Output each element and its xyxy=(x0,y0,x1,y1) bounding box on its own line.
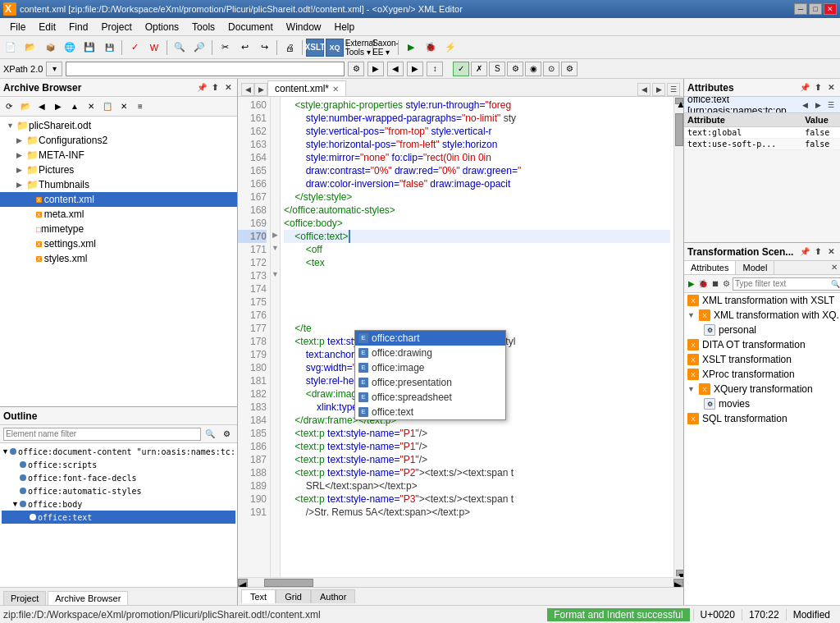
xpath-dropdown[interactable]: ▾ xyxy=(46,62,62,76)
attr-nav-left[interactable]: ◀ xyxy=(799,99,810,111)
autocomplete-dropdown[interactable]: E office:chart E office:drawing E office… xyxy=(354,330,506,420)
scroll-up-btn[interactable]: ▲ xyxy=(675,98,683,104)
ab-close-button[interactable]: ✕ xyxy=(116,99,131,114)
ac-item-office-spreadsheet[interactable]: E office:spreadsheet xyxy=(355,390,505,405)
trans-pin-btn[interactable]: 📌 xyxy=(799,246,810,258)
print-button[interactable]: 🖨 xyxy=(281,39,299,57)
debug-button[interactable]: 🐞 xyxy=(422,39,440,57)
fold-arrow-169[interactable]: ▶ xyxy=(271,228,280,241)
ac-item-office-image[interactable]: E office:image xyxy=(355,360,505,375)
panel-pin-button[interactable]: 📌 xyxy=(196,82,208,94)
trans-tab-attributes[interactable]: Attributes xyxy=(684,261,736,274)
editor-nav-right[interactable]: ▶ xyxy=(652,83,665,96)
ac-item-office-drawing[interactable]: E office:drawing xyxy=(355,346,505,360)
save-all-button[interactable]: 💾 xyxy=(100,39,118,57)
attributes-close-btn[interactable]: ✕ xyxy=(825,82,837,94)
ab-refresh-button[interactable]: ⟳ xyxy=(2,99,16,114)
ab-copy-button[interactable]: 📋 xyxy=(100,99,115,114)
horizontal-scrollbar[interactable]: ◀ ▶ xyxy=(238,577,683,587)
attr-nav-menu[interactable]: ☰ xyxy=(825,99,837,111)
trans-item-xquery-group[interactable]: ▼ X XML transformation with XQ... xyxy=(684,308,840,323)
ac-item-office-text[interactable]: E office:text xyxy=(355,405,505,419)
trans-close-tab-btn[interactable]: ✕ xyxy=(829,261,840,273)
menu-edit[interactable]: Edit xyxy=(32,20,62,34)
profile-button[interactable]: ⚡ xyxy=(441,39,459,57)
menu-window[interactable]: Window xyxy=(280,20,328,34)
trans-item-dita[interactable]: X DITA OT transformation xyxy=(684,337,840,352)
ab-back-button[interactable]: ◀ xyxy=(34,99,49,114)
tree-item-configurations[interactable]: ▶ 📁 Configurations2 xyxy=(0,133,237,148)
trans-tab-model[interactable]: Model xyxy=(736,261,774,274)
xpath-forward[interactable]: ▶ xyxy=(407,62,423,76)
trans-item-movies[interactable]: ⚙ movies xyxy=(684,396,840,411)
trans-item-xquery-group2[interactable]: ▼ X XQuery transformation xyxy=(684,382,840,396)
maximize-button[interactable]: □ xyxy=(809,3,822,15)
toggle-btn-5[interactable]: ◉ xyxy=(525,62,541,76)
fold-arrow-170[interactable]: ▼ xyxy=(271,241,280,254)
trans-item-xslt[interactable]: X XML transformation with XSLT xyxy=(684,293,840,308)
attributes-pin-btn[interactable]: 📌 xyxy=(799,82,810,94)
toggle-btn-1[interactable]: ✓ xyxy=(453,62,469,76)
fold-arrow-172[interactable]: ▼ xyxy=(271,268,280,281)
editor-tab-text[interactable]: Text xyxy=(241,589,276,603)
ab-up-button[interactable]: ▲ xyxy=(67,99,82,114)
trans-close-btn[interactable]: ✕ xyxy=(825,246,837,258)
menu-help[interactable]: Help xyxy=(328,20,362,34)
hscroll-thumb[interactable] xyxy=(264,579,313,587)
tree-item-mimetype[interactable]: □ mimetype xyxy=(0,222,237,236)
trans-stop-btn[interactable]: ⏹ xyxy=(710,277,720,291)
ot-font-face[interactable]: office:font-face-decls xyxy=(2,471,235,484)
new-button[interactable]: 📄 xyxy=(2,39,20,57)
trans-run-btn[interactable]: ▶ xyxy=(687,277,696,291)
ot-body[interactable]: ▼ office:body xyxy=(2,497,235,511)
menu-document[interactable]: Document xyxy=(221,20,280,34)
saxon-button[interactable]: Saxon-EE ▾ xyxy=(377,39,395,57)
ab-delete-button[interactable]: ✕ xyxy=(84,99,98,114)
attr-value-softpage[interactable]: false xyxy=(801,139,840,150)
open-button[interactable]: 📂 xyxy=(21,39,39,57)
outline-filter-btn[interactable]: 🔍 xyxy=(203,427,217,442)
undo-button[interactable]: ↩ xyxy=(235,39,253,57)
tree-item-thumbnails[interactable]: ▶ 📁 Thumbnails xyxy=(0,177,237,192)
menu-find[interactable]: Find xyxy=(62,20,94,34)
ab-open-button[interactable]: 📂 xyxy=(18,99,33,114)
tree-root[interactable]: ▼ 📁 plicShareit.odt xyxy=(0,118,237,133)
hscroll-left-btn[interactable]: ◀ xyxy=(238,579,248,587)
ab-settings-button[interactable]: ≡ xyxy=(133,99,148,114)
save-button[interactable]: 💾 xyxy=(80,39,98,57)
trans-item-xproc[interactable]: X XProc transformation xyxy=(684,367,840,382)
tab-archive-browser[interactable]: Archive Browser xyxy=(48,591,128,605)
panel-float-button[interactable]: ⬆ xyxy=(209,82,221,94)
panel-close-button[interactable]: ✕ xyxy=(222,82,234,94)
minimize-button[interactable]: ─ xyxy=(794,3,807,15)
tree-item-pictures[interactable]: ▶ 📁 Pictures xyxy=(0,163,237,177)
tab-nav-right[interactable]: ▶ xyxy=(254,83,267,96)
trans-debug-btn[interactable]: 🐞 xyxy=(697,277,709,291)
attr-row-softpage[interactable]: text:use-soft-p... false xyxy=(684,139,840,150)
tab-project[interactable]: Project xyxy=(3,591,46,605)
trans-filter-input[interactable] xyxy=(733,277,840,291)
menu-tools[interactable]: Tools xyxy=(185,20,221,34)
xpath-input[interactable] xyxy=(66,62,345,76)
attr-row-global[interactable]: text:global false xyxy=(684,127,840,139)
check-wf-button[interactable]: W xyxy=(145,39,163,57)
tab-nav-left[interactable]: ◀ xyxy=(241,83,254,96)
xpath-back[interactable]: ◀ xyxy=(387,62,404,76)
validate-button[interactable]: ✓ xyxy=(126,39,144,57)
hscroll-right-btn[interactable]: ▶ xyxy=(673,579,683,587)
menu-options[interactable]: Options xyxy=(139,20,185,34)
xpath-settings[interactable]: ⚙ xyxy=(348,62,364,76)
ot-text[interactable]: office:text xyxy=(2,511,235,524)
trans-float-btn[interactable]: ⬆ xyxy=(812,246,824,258)
ac-item-office-presentation[interactable]: E office:presentation xyxy=(355,375,505,390)
toggle-btn-7[interactable]: ⚙ xyxy=(561,62,578,76)
trans-item-xslt-only[interactable]: X XSLT transformation xyxy=(684,352,840,367)
toggle-btn-3[interactable]: S xyxy=(489,62,505,76)
editor-tab-grid[interactable]: Grid xyxy=(276,589,311,603)
scroll-down-btn[interactable]: ▼ xyxy=(676,570,683,576)
find-button[interactable]: 🔎 xyxy=(190,39,208,57)
open-archive-button[interactable]: 📦 xyxy=(41,39,59,57)
tree-item-meta-xml[interactable]: X meta.xml xyxy=(0,207,237,222)
outline-filter-input[interactable] xyxy=(3,428,201,441)
toggle-btn-6[interactable]: ⊙ xyxy=(543,62,559,76)
